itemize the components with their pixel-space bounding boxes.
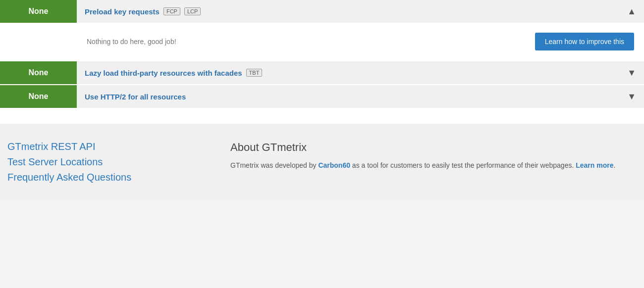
audit-title-http2: Use HTTP/2 for all resources bbox=[85, 93, 186, 101]
footer-about-text-middle: as a tool for customers to easily test t… bbox=[350, 161, 576, 169]
audit-title-text-lazy-load: Lazy load third-party resources with fac… bbox=[85, 69, 242, 77]
footer-about-text-after: . bbox=[613, 161, 615, 169]
chevron-lazy-load[interactable]: ▼ bbox=[627, 68, 636, 78]
tag-lcp: LCP bbox=[184, 7, 201, 15]
audit-body-text-preload: Nothing to do here, good job! bbox=[87, 38, 176, 46]
footer-about: About GTmetrix GTmetrix was developed by… bbox=[215, 141, 637, 183]
audit-row-http2: None Use HTTP/2 for all resources ▼ bbox=[0, 85, 644, 108]
audit-row-header-lazy-load: Lazy load third-party resources with fac… bbox=[77, 61, 644, 84]
footer-about-title: About GTmetrix bbox=[230, 141, 637, 154]
audit-title-preload: Preload key requests FCP LCP bbox=[85, 7, 201, 16]
audit-row-lazy-load: None Lazy load third-party resources wit… bbox=[0, 61, 644, 84]
footer-about-text-before: GTmetrix was developed by bbox=[230, 161, 318, 169]
audit-section: None Preload key requests FCP LCP ▲ Noth… bbox=[0, 0, 644, 124]
footer-link-api[interactable]: GTmetrix REST API bbox=[7, 141, 215, 152]
audit-badge-preload: None bbox=[0, 0, 77, 23]
footer-about-learn-more-link[interactable]: Learn more bbox=[576, 161, 613, 169]
footer-about-carbon60-link[interactable]: Carbon60 bbox=[318, 161, 350, 169]
audit-title-text-preload: Preload key requests bbox=[85, 7, 160, 16]
tag-fcp: FCP bbox=[163, 7, 180, 15]
footer-link-faq[interactable]: Frequently Asked Questions bbox=[7, 172, 215, 183]
tag-tbt: TBT bbox=[246, 69, 263, 77]
audit-row-header-http2: Use HTTP/2 for all resources ▼ bbox=[77, 85, 644, 108]
learn-btn-preload[interactable]: Learn how to improve this bbox=[535, 33, 634, 50]
audit-title-text-http2: Use HTTP/2 for all resources bbox=[85, 93, 186, 101]
audit-title-lazy-load: Lazy load third-party resources with fac… bbox=[85, 69, 262, 77]
footer-about-text: GTmetrix was developed by Carbon60 as a … bbox=[230, 160, 637, 171]
chevron-preload[interactable]: ▲ bbox=[627, 6, 636, 17]
footer-link-locations[interactable]: Test Server Locations bbox=[7, 156, 215, 168]
audit-badge-http2: None bbox=[0, 85, 77, 108]
footer-section: GTmetrix REST API Test Server Locations … bbox=[0, 124, 644, 200]
audit-body-preload: Nothing to do here, good job! Learn how … bbox=[0, 23, 644, 60]
audit-row-header-preload: Preload key requests FCP LCP ▲ bbox=[77, 0, 644, 23]
audit-badge-lazy-load: None bbox=[0, 61, 77, 84]
footer-links: GTmetrix REST API Test Server Locations … bbox=[7, 141, 215, 183]
chevron-http2[interactable]: ▼ bbox=[627, 92, 636, 102]
audit-row-preload: None Preload key requests FCP LCP ▲ Noth… bbox=[0, 0, 644, 60]
